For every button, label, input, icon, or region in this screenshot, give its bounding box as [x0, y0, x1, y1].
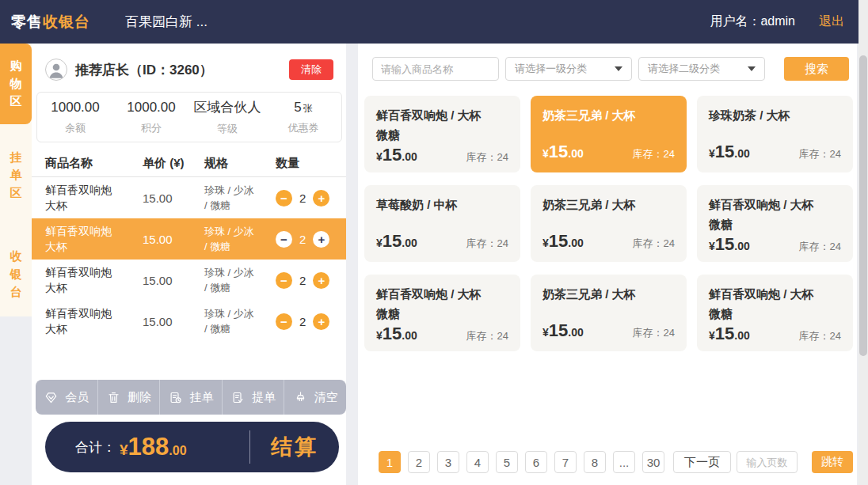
page-button[interactable]: 8 — [584, 451, 606, 473]
price-dec: .00 — [568, 237, 583, 249]
page-button[interactable]: 3 — [437, 451, 459, 473]
price-dec: .00 — [734, 329, 749, 342]
stock-count: 库存：24 — [799, 240, 841, 254]
stat-label: 余额 — [65, 121, 86, 135]
product-price: ¥15.00 — [376, 231, 417, 252]
jump-button[interactable]: 跳转 — [812, 451, 853, 473]
sidebar-tab-held-orders[interactable]: 挂单区 — [0, 136, 32, 215]
product-card[interactable]: 鲜百香双响炮 / 大杯 微糖¥15.00库存：24 — [697, 185, 853, 262]
product-price: ¥15.00 — [709, 234, 750, 255]
product-card[interactable]: 奶茶三兄弟 / 大杯¥15.00库存：24 — [531, 96, 687, 172]
page-button[interactable]: 7 — [554, 451, 577, 473]
item-spec: 珍珠 / 少冰 / 微糖 — [204, 265, 276, 296]
product-price: ¥15.00 — [542, 320, 584, 341]
member-row: 推荐店长（ID：3260） 清除 — [45, 58, 333, 81]
page-button[interactable]: 2 — [408, 451, 430, 473]
hold-order-button[interactable]: 挂单 — [159, 380, 222, 415]
product-card[interactable]: 珍珠奶茶 / 大杯¥15.00库存：24 — [697, 96, 853, 172]
product-card-footer: ¥15.00库存：24 — [376, 324, 508, 344]
page-number-input[interactable] — [737, 451, 798, 473]
member-stat: 区域合伙人等级 — [189, 93, 265, 142]
item-spec: 珍珠 / 少冰 / 微糖 — [204, 183, 276, 214]
decrease-quantity-button[interactable]: − — [276, 272, 292, 289]
currency-symbol: ¥ — [376, 150, 383, 163]
cart-action-bar: 会员删除挂单提单清空 — [36, 380, 346, 415]
product-card[interactable]: 鲜百香双响炮 / 大杯 微糖¥15.00库存：24 — [364, 96, 520, 172]
clear-cart-button[interactable]: 清空 — [284, 380, 346, 415]
price-dec: .00 — [734, 147, 749, 160]
catalog-panel: 请选择一级分类 请选择二级分类 搜索 鲜百香双响炮 / 大杯 微糖¥15.00库… — [358, 44, 857, 485]
page-button[interactable]: 5 — [496, 451, 518, 473]
category1-select[interactable]: 请选择一级分类 — [505, 57, 632, 81]
search-button[interactable]: 搜索 — [784, 57, 849, 81]
logout-button[interactable]: 退出 — [819, 13, 844, 30]
product-card[interactable]: 草莓酸奶 / 中杯¥15.00库存：24 — [364, 185, 520, 262]
page-button[interactable]: 1 — [379, 451, 401, 473]
product-name: 鲜百香双响炮 / 大杯 微糖 — [376, 105, 508, 145]
sidebar-tab-cashier[interactable]: 收银台 — [0, 235, 32, 314]
currency-symbol: ¥ — [376, 329, 383, 342]
increase-quantity-button[interactable]: + — [313, 190, 329, 207]
category2-value: 请选择二级分类 — [648, 62, 720, 76]
cart-table-body: 鲜百香双响炮 大杯15.00珍珠 / 少冰 / 微糖−2+鲜百香双响炮 大杯15… — [32, 177, 346, 342]
product-card-footer: ¥15.00库存：24 — [542, 231, 675, 252]
cart-item-row[interactable]: 鲜百香双响炮 大杯15.00珍珠 / 少冰 / 微糖−2+ — [32, 301, 346, 342]
currency-symbol: ¥ — [542, 326, 549, 339]
delete-button[interactable]: 删除 — [97, 380, 160, 415]
sidebar-tab-shopping-area[interactable]: 购物区 — [0, 44, 32, 124]
page-ellipsis: ... — [613, 451, 635, 473]
cart-item-row[interactable]: 鲜百香双响炮 大杯15.00珍珠 / 少冰 / 微糖−2+ — [32, 260, 346, 301]
checkout-button[interactable]: 结算 — [250, 433, 339, 461]
sidebar-tab-label: 购物区 — [9, 57, 22, 111]
cart-item-row[interactable]: 鲜百香双响炮 大杯15.00珍珠 / 少冰 / 微糖−2+ — [32, 218, 346, 260]
increase-quantity-button[interactable]: + — [313, 313, 329, 330]
page-button[interactable]: 4 — [466, 451, 489, 473]
decrease-quantity-button[interactable]: − — [276, 190, 292, 207]
category2-select[interactable]: 请选择二级分类 — [638, 57, 765, 81]
product-price: ¥15.00 — [376, 324, 417, 344]
product-card[interactable]: 奶茶三兄弟 / 大杯¥15.00库存：24 — [531, 275, 687, 351]
cart-spacer — [32, 342, 346, 380]
next-page-button[interactable]: 下一页 — [673, 451, 731, 473]
product-card[interactable]: 奶茶三兄弟 / 大杯¥15.00库存：24 — [531, 185, 687, 262]
increase-quantity-button[interactable]: + — [313, 272, 329, 289]
price-int: 15 — [715, 324, 734, 343]
item-name: 鲜百香双响炮 大杯 — [32, 264, 143, 297]
trash-icon — [106, 390, 121, 405]
stock-count: 库存：24 — [799, 147, 841, 161]
cart-item-row[interactable]: 鲜百香双响炮 大杯15.00珍珠 / 少冰 / 微糖−2+ — [32, 177, 346, 218]
item-price: 15.00 — [143, 191, 204, 205]
product-card[interactable]: 鲜百香双响炮 / 大杯 微糖¥15.00库存：24 — [697, 275, 853, 351]
clear-member-button[interactable]: 清除 — [289, 59, 333, 80]
page-button[interactable]: 6 — [525, 451, 547, 473]
item-price: 15.00 — [143, 233, 204, 246]
chevron-down-icon — [748, 66, 756, 71]
increase-quantity-button[interactable]: + — [313, 231, 329, 248]
item-spec: 珍珠 / 少冰 / 微糖 — [204, 306, 276, 337]
page-button[interactable]: 30 — [642, 451, 664, 473]
member-button[interactable]: 会员 — [36, 380, 97, 415]
action-label: 挂单 — [189, 390, 213, 405]
price-int: 15 — [715, 234, 734, 254]
stock-count: 库存：24 — [799, 329, 841, 343]
product-name-input[interactable] — [372, 57, 499, 81]
scrollbar-thumb[interactable] — [859, 55, 867, 356]
product-name: 奶茶三兄弟 / 大杯 — [542, 195, 675, 214]
sidebar-tab-label: 挂单区 — [9, 149, 22, 203]
quantity-stepper: −2+ — [276, 272, 346, 289]
decrease-quantity-button[interactable]: − — [276, 313, 292, 330]
price-int: 15 — [549, 231, 568, 251]
total-bar: 合计： ¥188.00 结算 — [45, 422, 339, 472]
price-dec: .00 — [568, 147, 583, 160]
stat-unit: 张 — [303, 103, 313, 114]
stock-count: 库存：24 — [466, 329, 508, 343]
retrieve-order-button[interactable]: 提单 — [222, 380, 284, 415]
scrollbar-track[interactable] — [858, 0, 868, 485]
decrease-quantity-button[interactable]: − — [276, 231, 292, 248]
member-stats-card: 1000.00余额1000.00积分区域合伙人等级5张优惠券 — [36, 92, 342, 142]
product-card[interactable]: 鲜百香双响炮 / 大杯 微糖¥15.00库存：24 — [364, 275, 520, 351]
item-name: 鲜百香双响炮 大杯 — [32, 182, 143, 214]
stat-label: 等级 — [217, 122, 238, 136]
price-int: 15 — [715, 142, 734, 161]
price-int: 15 — [383, 231, 402, 251]
